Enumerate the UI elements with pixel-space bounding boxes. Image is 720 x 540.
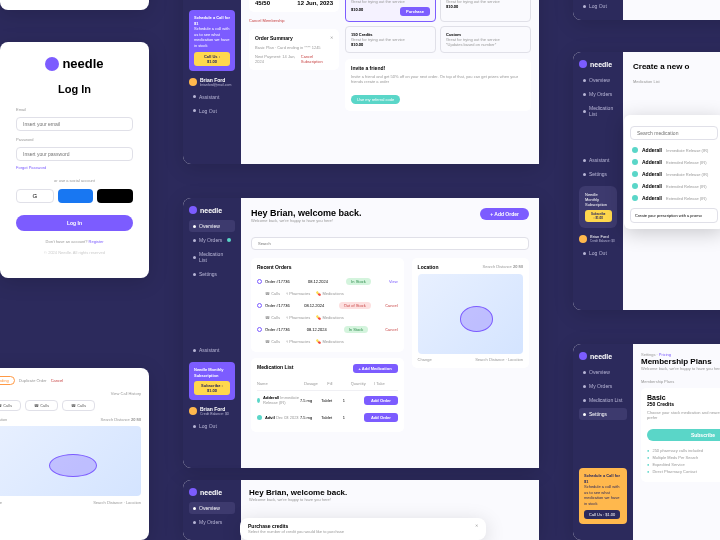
purchase-modal: Purchase credits✕ Select the number of c… — [240, 518, 486, 540]
nav-orders[interactable]: My Orders — [189, 234, 235, 246]
add-order-btn[interactable]: Add Order — [364, 396, 397, 405]
close-icon[interactable]: ✕ — [475, 523, 478, 529]
search-result[interactable]: AdderallImmediate Release (IR) — [630, 168, 718, 180]
change-link[interactable]: Change — [418, 357, 432, 362]
map[interactable] — [0, 426, 141, 496]
med-row: Adderall Immediate Release (IR)7.5 mgTab… — [257, 391, 398, 409]
nav-settings[interactable]: Settings — [189, 268, 235, 280]
cancel-link[interactable]: Cancel — [51, 378, 63, 383]
logo: needle — [189, 488, 235, 496]
call-us-btn[interactable]: Call Us : $1.00 — [584, 510, 620, 519]
subscribe-btn[interactable]: Subscribe : $1.00 — [585, 210, 612, 222]
nav-orders[interactable]: My Orders — [579, 88, 617, 100]
map[interactable] — [418, 274, 523, 354]
logo: needle — [579, 60, 617, 68]
nav-medlist[interactable]: Medication List — [579, 394, 627, 406]
facebook-login[interactable] — [58, 189, 94, 203]
call-us-btn[interactable]: Call Us : $1.00 — [194, 52, 230, 66]
calls-tab[interactable]: ☎ Calls — [62, 400, 95, 411]
add-med-btn[interactable]: + Add Medication — [353, 364, 398, 373]
nav-overview[interactable]: Overview — [579, 366, 627, 378]
purchase-btn[interactable]: Purchase — [400, 7, 430, 16]
cancel-link[interactable]: Cancel — [385, 327, 397, 332]
apple-login[interactable] — [97, 189, 133, 203]
nav-assistant[interactable]: Assistant — [189, 91, 235, 103]
google-login[interactable]: G — [16, 189, 54, 203]
nav-settings[interactable]: Settings — [579, 408, 627, 420]
nav-settings[interactable]: Settings — [579, 168, 617, 180]
subscribe-btn[interactable]: Subscribe — [647, 429, 720, 441]
order-row: Order #1773608.12.2024In StockView — [257, 274, 398, 289]
nav-orders[interactable]: My Orders — [189, 516, 235, 528]
nav-orders[interactable]: My Orders — [579, 380, 627, 392]
order-row: Order #1773608.12.2024Out of StockCancel — [257, 298, 398, 313]
nav-medlist[interactable]: Medication List — [579, 102, 617, 120]
search-result[interactable]: AdderallImmediate Release (IR) — [630, 144, 718, 156]
cancel-link[interactable]: Cancel — [385, 303, 397, 308]
search-med-input[interactable] — [630, 126, 718, 140]
login-title: Log In — [16, 83, 133, 95]
logo: needle — [579, 352, 627, 360]
logo: needle — [189, 206, 235, 214]
calls-tab[interactable]: ☎ Calls — [0, 400, 21, 411]
nav-overview[interactable]: Overview — [579, 74, 617, 86]
nav-logout[interactable]: Log Out — [579, 247, 617, 259]
change-link[interactable]: Change — [0, 500, 2, 505]
med-row: Advil Dec 03 20237.5 mgTablet1Add Order — [257, 409, 398, 426]
add-order-btn[interactable]: Add Order — [364, 413, 397, 422]
close-icon[interactable]: ✕ — [330, 35, 333, 41]
subscribe-btn[interactable]: Subscribe : $1.00 — [194, 381, 230, 395]
history-link[interactable]: View Call History — [111, 391, 141, 396]
nav-medlist[interactable]: Medication List — [189, 248, 235, 266]
nav-logout[interactable]: Log Out — [579, 0, 617, 12]
search-dropdown: AdderallImmediate Release (IR) AdderallE… — [624, 115, 720, 229]
register-link[interactable]: Register — [89, 239, 104, 244]
nav-overview[interactable]: Overview — [189, 502, 235, 514]
search-result[interactable]: AdderallExtended Release (IR) — [630, 192, 718, 204]
add-order-btn[interactable]: + Add Order — [480, 208, 529, 220]
view-link[interactable]: View — [389, 279, 398, 284]
search-input[interactable] — [251, 237, 529, 250]
password-input[interactable] — [16, 147, 133, 161]
order-row: Order #1773608.12.2024In StockCancel — [257, 322, 398, 337]
nav-logout[interactable]: Log Out — [189, 105, 235, 117]
email-input[interactable] — [16, 117, 133, 131]
greeting: Hey Brian, welcome back. — [251, 208, 362, 218]
nav-overview[interactable]: Overview — [189, 220, 235, 232]
forgot-link[interactable]: Forgot Password — [16, 165, 133, 170]
nav-logout[interactable]: Log Out — [189, 420, 235, 432]
login-button[interactable]: Log In — [16, 215, 133, 231]
search-result[interactable]: AdderallExtended Release (IR) — [630, 156, 718, 168]
search-result[interactable]: AdderallExtended Release (IR) — [630, 180, 718, 192]
nav-assistant[interactable]: Assistant — [579, 154, 617, 166]
referral-btn[interactable]: Use my referral code — [351, 95, 400, 104]
cancel-sub[interactable]: Cancel Subscription — [301, 54, 333, 64]
logo: needle — [16, 56, 133, 71]
nav-assistant[interactable]: Assistant — [189, 344, 235, 356]
cancel-membership[interactable]: Cancel Membership — [249, 18, 339, 23]
calls-tab[interactable]: ☎ Calls — [25, 400, 58, 411]
